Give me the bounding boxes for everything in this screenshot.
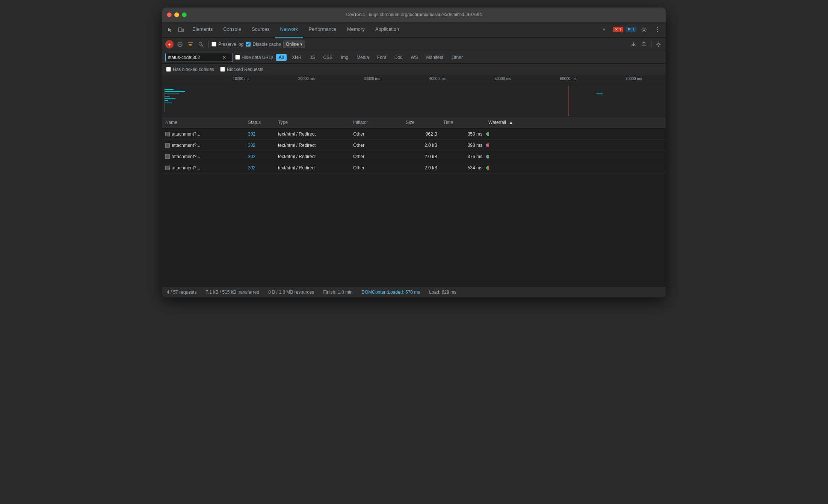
disable-cache-label[interactable]: Disable cache [246,42,281,47]
hide-data-urls-checkbox[interactable] [235,55,240,60]
filter-clear-icon[interactable]: ✕ [222,54,227,60]
device-toggle-icon[interactable] [176,24,186,35]
cell-name-2: attachment?... [162,154,245,159]
cell-initiator-3: Other [350,165,403,171]
header-type[interactable]: Type [275,120,350,125]
tab-elements[interactable]: Elements [187,22,218,38]
cell-waterfall-2 [485,151,666,162]
search-icon[interactable] [197,40,205,48]
filter-css-button[interactable]: CSS [320,54,335,61]
svg-rect-1 [182,29,184,32]
clear-button[interactable] [176,40,184,48]
waterfall-graph [162,86,666,116]
import-icon[interactable] [629,40,638,48]
close-button[interactable] [167,12,172,17]
filter-doc-button[interactable]: Doc [391,54,405,61]
marker-70000: 70000 ms [626,77,642,81]
filter-manifest-button[interactable]: Manifest [423,54,446,61]
cell-status-1: 302 [245,143,275,148]
more-options-icon[interactable]: ⋮ [652,24,663,35]
marker-40000: 40000 ms [429,77,446,81]
disable-cache-checkbox[interactable] [246,42,251,47]
error-badge[interactable]: ✕ 1 [613,27,623,32]
filter-icon[interactable] [186,40,195,48]
filter-img-button[interactable]: Img [338,54,351,61]
marker-20000: 20000 ms [298,77,315,81]
search-filter-wrap: ✕ [165,53,233,62]
filter-js-button[interactable]: JS [307,54,318,61]
status-dom-content: DOMContentLoaded: 570 ms [361,290,420,295]
cell-type-3: text/html / Redirect [275,165,350,171]
maximize-button[interactable] [182,12,187,17]
file-icon [165,154,170,159]
record-button[interactable]: ● [165,40,174,48]
file-icon [165,143,170,148]
hide-data-urls-label[interactable]: Hide data URLs [235,55,273,60]
tab-performance[interactable]: Performance [303,22,341,38]
table-row[interactable]: attachment?... 302 text/html / Redirect … [162,162,666,174]
tab-application[interactable]: Application [370,22,405,38]
status-transferred: 7.1 kB / 515 kB transferred [205,290,259,295]
cell-waterfall-0 [485,128,666,140]
cell-time-2: 376 ms [440,154,485,159]
tab-sources[interactable]: Sources [246,22,275,38]
blocked-requests-label[interactable]: Blocked Requests [220,67,263,72]
header-name[interactable]: Name [162,120,245,125]
status-resources: 0 B / 1.8 MB resources [268,290,314,295]
blocked-row: Has blocked cookies Blocked Requests [162,64,666,75]
cell-type-1: text/html / Redirect [275,143,350,148]
table-row[interactable]: attachment?... 302 text/html / Redirect … [162,128,666,140]
filter-other-button[interactable]: Other [449,54,466,61]
preserve-log-label[interactable]: Preserve log [212,42,243,47]
cell-initiator-2: Other [350,154,403,159]
cell-waterfall-3 [485,162,666,174]
table-row[interactable]: attachment?... 302 text/html / Redirect … [162,151,666,162]
file-icon [165,132,170,136]
network-toolbar: ● Preserve log Disable cache [162,38,666,51]
filter-all-button[interactable]: All [276,54,287,61]
cursor-icon[interactable] [165,24,175,35]
blocked-requests-checkbox[interactable] [220,67,225,72]
traffic-lights [167,12,187,17]
has-blocked-cookies-checkbox[interactable] [166,67,171,72]
status-finish: Finish: 1.0 min [323,290,352,295]
export-icon[interactable] [640,40,648,48]
warning-badge[interactable]: ⚑ 1 [626,27,636,32]
throttle-dropdown[interactable]: Online ▾ [283,41,305,48]
filter-ws-button[interactable]: WS [408,54,421,61]
empty-space [162,174,666,286]
cell-waterfall-1 [485,140,666,151]
cell-size-3: 2.0 kB [403,165,440,171]
tab-more[interactable]: » [597,22,610,38]
cell-type-2: text/html / Redirect [275,154,350,159]
cell-time-0: 350 ms [440,131,485,137]
preserve-log-checkbox[interactable] [212,42,216,47]
header-waterfall[interactable]: Waterfall ▲ [485,120,666,125]
svg-point-2 [643,29,645,30]
tab-console[interactable]: Console [218,22,246,38]
tab-network[interactable]: Network [275,22,304,38]
settings-icon[interactable] [639,24,649,35]
marker-60000: 60000 ms [560,77,577,81]
marker-50000: 50000 ms [494,77,511,81]
network-settings-icon[interactable] [654,40,663,48]
divider2 [651,41,651,48]
filter-media-button[interactable]: Media [354,54,372,61]
cell-time-1: 398 ms [440,143,485,148]
svg-point-7 [658,43,660,45]
header-status[interactable]: Status [245,120,275,125]
tab-memory[interactable]: Memory [342,22,370,38]
header-initiator[interactable]: Initiator [350,120,403,125]
search-filter-input[interactable] [168,55,221,60]
cell-initiator-1: Other [350,143,403,148]
cell-time-3: 534 ms [440,165,485,171]
header-time[interactable]: Time [440,120,485,125]
cell-status-3: 302 [245,165,275,171]
has-blocked-cookies-label[interactable]: Has blocked cookies [166,67,214,72]
table-row[interactable]: attachment?... 302 text/html / Redirect … [162,140,666,151]
minimize-button[interactable] [174,12,179,17]
filter-font-button[interactable]: Font [374,54,389,61]
filter-xhr-button[interactable]: XHR [289,54,304,61]
cell-status-2: 302 [245,154,275,159]
header-size[interactable]: Size [403,120,440,125]
